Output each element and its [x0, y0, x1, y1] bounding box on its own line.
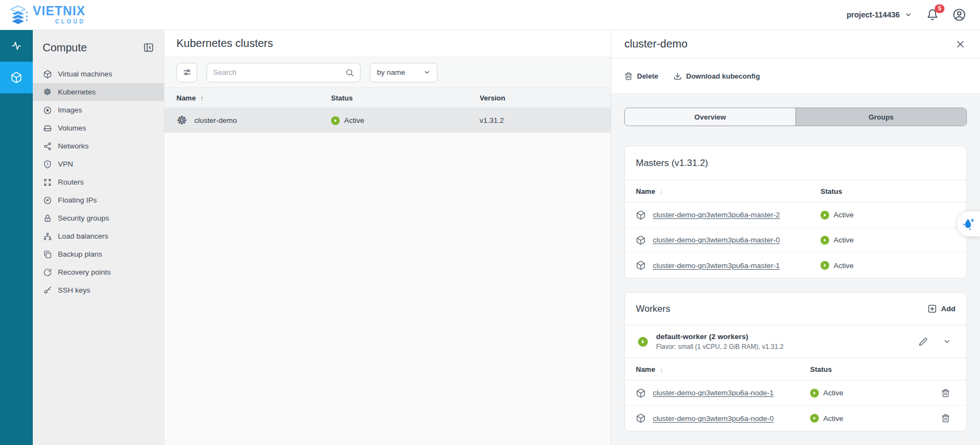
sidebar-item-label: Networks: [58, 142, 88, 150]
vietnix-logo[interactable]: VIETNIX CLOUD: [7, 4, 85, 26]
download-kubeconfig-label: Download kubeconfig: [686, 72, 760, 80]
status-active-icon: [810, 389, 819, 397]
notification-count-badge: 5: [935, 4, 944, 13]
activity-icon: [11, 40, 22, 51]
kubernetes-wheel-icon: ☸: [176, 115, 187, 127]
sidebar-item-volumes[interactable]: Volumes: [33, 119, 164, 137]
column-header-version[interactable]: Version: [480, 94, 505, 102]
filter-button[interactable]: [176, 63, 197, 82]
user-icon: [953, 8, 966, 21]
search-input[interactable]: [213, 68, 341, 76]
search-box: [206, 63, 361, 82]
delete-node-button[interactable]: [941, 389, 966, 397]
account-menu-button[interactable]: [953, 8, 966, 21]
status-badge: Active: [823, 414, 843, 423]
sidebar-item-floating-ips[interactable]: IP Floating IPs: [33, 191, 164, 209]
masters-card: Masters (v1.31.2) Name ↓ Status cluster-…: [624, 146, 967, 278]
sidebar-item-load-balancers[interactable]: Load balancers: [33, 227, 164, 245]
sidebar-item-label: Security groups: [58, 214, 109, 222]
tab-groups[interactable]: Groups: [795, 108, 966, 126]
edit-pencil-icon[interactable]: [919, 337, 928, 346]
sidebar-item-label: Images: [58, 106, 82, 114]
master-node-link[interactable]: cluster-demo-gn3wtem3pu6a-master-1: [653, 262, 780, 270]
chevron-down-icon[interactable]: [943, 337, 951, 346]
trash-icon: [624, 72, 633, 80]
chevron-down-icon: [423, 69, 430, 76]
compute-sidebar: Compute Virtual machines ☸ Kubernetes Im…: [33, 30, 164, 445]
masters-title: Masters (v1.31.2): [625, 146, 966, 180]
hard-drive-icon: [43, 123, 52, 133]
download-icon: [674, 72, 682, 80]
column-header-name[interactable]: Name: [176, 94, 196, 102]
master-node-link[interactable]: cluster-demo-gn3wtem3pu6a-master-0: [653, 236, 780, 244]
master-node-row: cluster-demo-gn3wtem3pu6a-master-2 Activ…: [625, 203, 966, 228]
cube-icon: [636, 210, 646, 220]
sort-descending-icon: ↓: [659, 187, 663, 195]
column-header-status[interactable]: Status: [331, 94, 353, 102]
status-badge: Active: [823, 389, 843, 397]
cube-icon: [43, 69, 52, 79]
cube-icon: [636, 413, 646, 423]
column-header-status[interactable]: Status: [820, 187, 842, 195]
collapse-sidebar-icon[interactable]: [143, 42, 154, 53]
sidebar-item-virtual-machines[interactable]: Virtual machines: [33, 65, 164, 83]
search-icon[interactable]: [345, 68, 354, 77]
status-badge: Active: [834, 236, 854, 244]
water-drop-icon: [962, 217, 975, 231]
copy-squares-icon: [43, 250, 52, 259]
sliders-filter-icon: [182, 68, 192, 77]
status-badge: Active: [344, 116, 364, 124]
sidebar-item-backup-plans[interactable]: Backup plans: [33, 245, 164, 263]
sort-by-select[interactable]: by name: [370, 63, 438, 82]
master-node-row: cluster-demo-gn3wtem3pu6a-master-1 Activ…: [625, 253, 966, 278]
worker-group-row: default-worker (2 workers) Flavor: small…: [625, 325, 966, 358]
sidebar-item-ssh-keys[interactable]: SSH keys: [33, 281, 164, 299]
tab-overview[interactable]: Overview: [625, 108, 795, 126]
column-header-name[interactable]: Name: [636, 187, 655, 195]
add-label: Add: [941, 305, 955, 313]
cube-icon: [636, 235, 646, 245]
delete-cluster-button[interactable]: Delete: [624, 72, 658, 80]
workers-title: Workers: [636, 304, 670, 315]
plus-square-icon: [928, 304, 937, 313]
kubernetes-clusters-page: Kubernetes clusters by name Name ↑ Statu…: [164, 30, 611, 445]
worker-node-link[interactable]: cluster-demo-gn3wtem3pu6a-node-0: [653, 414, 774, 423]
project-selector-label: project-114436: [847, 10, 900, 19]
sidebar-item-networks[interactable]: Networks: [33, 137, 164, 155]
workers-table-header: Name ↓ Status: [625, 358, 966, 381]
sidebar-item-kubernetes[interactable]: ☸ Kubernetes: [33, 83, 164, 101]
master-node-link[interactable]: cluster-demo-gn3wtem3pu6a-master-2: [653, 211, 780, 219]
download-kubeconfig-button[interactable]: Download kubeconfig: [674, 72, 760, 80]
notifications-button[interactable]: 5: [926, 9, 938, 21]
brand-name: VIETNIX: [33, 5, 85, 17]
sidebar-item-label: SSH keys: [58, 286, 90, 294]
worker-node-link[interactable]: cluster-demo-gn3wtem3pu6a-node-1: [653, 389, 774, 397]
delete-node-button[interactable]: [941, 414, 966, 423]
delete-label: Delete: [637, 72, 658, 80]
column-header-name[interactable]: Name: [636, 365, 655, 373]
cluster-row-cluster-demo[interactable]: ☸ cluster-demo Active v1.31.2: [164, 108, 611, 133]
sidebar-item-security-groups[interactable]: Security groups: [33, 209, 164, 227]
status-badge: Active: [834, 211, 854, 219]
chevron-down-icon: [905, 11, 912, 19]
rail-item-monitoring[interactable]: [0, 30, 33, 62]
worker-group-name: default-worker (2 workers): [656, 333, 911, 341]
master-node-row: cluster-demo-gn3wtem3pu6a-master-0 Activ…: [625, 228, 966, 253]
sidebar-item-label: Kubernetes: [58, 88, 96, 96]
rail-item-compute[interactable]: [0, 62, 33, 93]
column-header-status[interactable]: Status: [810, 365, 832, 373]
sidebar-item-label: Floating IPs: [58, 196, 97, 204]
assistant-widget-button[interactable]: [957, 211, 980, 236]
sidebar-item-images[interactable]: Images: [33, 101, 164, 119]
close-icon[interactable]: [955, 39, 966, 50]
sidebar-item-vpn[interactable]: VPN: [33, 155, 164, 173]
add-worker-group-button[interactable]: Add: [928, 304, 955, 313]
status-active-icon: [820, 236, 829, 245]
project-selector[interactable]: project-114436: [847, 10, 912, 19]
lock-icon: [43, 213, 52, 223]
cluster-version: v1.31.2: [480, 116, 611, 124]
sidebar-item-routers[interactable]: Routers: [33, 173, 164, 191]
cluster-details-panel: cluster-demo Delete Download kubeconfig …: [611, 30, 980, 445]
sidebar-item-recovery-points[interactable]: Recovery points: [33, 263, 164, 281]
sidebar-title: Compute: [43, 41, 87, 54]
